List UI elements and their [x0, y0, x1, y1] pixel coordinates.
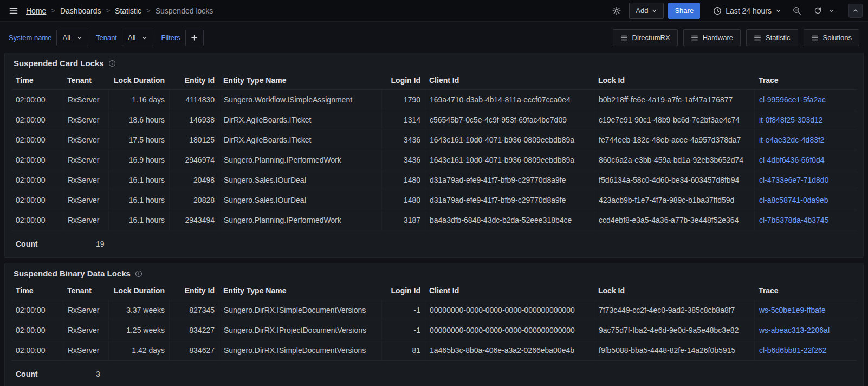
cell-entity-id: 20498 — [169, 170, 219, 190]
cell-time: 02:00:00 — [11, 190, 63, 210]
table-row: 02:00:00RxServer1.16 days4114830Sungero.… — [11, 90, 857, 110]
trace-link[interactable]: cl-7b6378da-4b3745 — [759, 216, 828, 224]
cell-login-id: 3187 — [381, 210, 425, 230]
cell-entity-type-name: Sungero.DirRX.ISimpleDocumentVersions — [219, 340, 381, 361]
cell-tenant: RxServer — [63, 300, 108, 320]
column-header-entity-type-name[interactable]: Entity Type Name — [219, 72, 381, 90]
time-range-picker[interactable]: Last 24 hours — [710, 3, 785, 19]
column-header-lock-id[interactable]: Lock Id — [594, 282, 754, 300]
info-icon[interactable] — [135, 270, 142, 278]
chevron-down-icon — [651, 8, 657, 14]
trace-link[interactable]: cl-a8c58741-0da9eb — [759, 196, 828, 204]
column-header-time[interactable]: Time — [11, 282, 63, 300]
cell-tenant: RxServer — [63, 170, 108, 190]
add-button[interactable]: Add — [629, 3, 664, 19]
cell-entity-type-name: Sungero.DirRX.IProjectDocumentVersions — [219, 320, 381, 340]
cell-client-id: d31a79ad-efe9-41f7-bfb9-c29770d8a9fe — [425, 170, 594, 190]
cell-client-id: 1643c161-10d0-4071-b936-0809eebdb89a — [425, 150, 594, 170]
dashboard-link-solutions[interactable]: Solutions — [804, 29, 859, 46]
column-header-lock-duration[interactable]: Lock Duration — [108, 72, 169, 90]
trace-link[interactable]: cl-b6d6bb81-22f262 — [759, 346, 827, 355]
cell-lock-id: c19e7e91-90c1-48b9-bc6d-7c2bf3ae4c74 — [594, 110, 754, 130]
table-footer: Count 3 — [11, 369, 857, 381]
variable-tenant: Tenant All — [96, 30, 154, 46]
cell-tenant: RxServer — [63, 130, 108, 150]
cell-tenant: RxServer — [63, 340, 108, 361]
cell-time: 02:00:00 — [11, 300, 63, 320]
cell-login-id: 3436 — [381, 130, 425, 150]
column-header-entity-id[interactable]: Entity Id — [169, 72, 219, 90]
refresh-button[interactable] — [809, 3, 826, 19]
cell-lock-duration: 1.42 days — [108, 340, 169, 361]
share-button[interactable]: Share — [668, 3, 700, 19]
cell-trace: cl-99596ce1-5fa2ac — [754, 90, 857, 110]
column-header-trace[interactable]: Trace — [754, 282, 857, 300]
panel-title[interactable]: Suspended Binary Data Locks — [14, 269, 131, 278]
trace-link[interactable]: cl-4dbf6436-66f0d4 — [759, 156, 825, 164]
dashboard-settings-button[interactable] — [608, 3, 625, 19]
add-filter-button[interactable] — [185, 30, 204, 46]
gear-icon — [612, 7, 621, 15]
column-header-lock-duration[interactable]: Lock Duration — [108, 282, 169, 300]
cell-login-id: 1480 — [381, 190, 425, 210]
cell-entity-id: 2943494 — [169, 210, 219, 230]
chevron-down-icon — [77, 35, 82, 41]
zoom-out-button[interactable] — [789, 3, 805, 19]
cell-time: 02:00:00 — [11, 130, 63, 150]
breadcrumb-separator: > — [51, 7, 55, 15]
panel-title[interactable]: Suspended Card Locks — [14, 59, 104, 68]
column-header-client-id[interactable]: Client Id — [425, 72, 594, 90]
table-header-row: TimeTenantLock DurationEntity IdEntity T… — [11, 72, 857, 90]
trace-link[interactable]: it-e4ae32dc-4d83f2 — [759, 136, 825, 144]
cell-lock-duration: 16.1 hours — [108, 170, 169, 190]
column-header-entity-id[interactable]: Entity Id — [169, 282, 219, 300]
system-name-value: All — [62, 34, 70, 42]
breadcrumb-home[interactable]: Home — [26, 7, 46, 15]
info-icon[interactable] — [108, 60, 116, 67]
refresh-icon — [814, 7, 822, 15]
cell-client-id: c56545b7-0c5e-4c9f-953f-69fac4be7d09 — [425, 110, 594, 130]
dashboard-link-label: DirectumRX — [632, 34, 670, 42]
table-row: 02:00:00RxServer16.1 hours20498Sungero.S… — [11, 170, 857, 190]
column-header-time[interactable]: Time — [11, 72, 63, 90]
dashboard-controls: System name All Tenant All Filters — [0, 22, 868, 53]
column-header-client-id[interactable]: Client Id — [425, 282, 594, 300]
table-footer: Count 19 — [11, 239, 857, 250]
dashboard-link-hardware[interactable]: Hardware — [683, 29, 741, 46]
tenant-select[interactable]: All — [122, 30, 153, 46]
cell-lock-id: fe744eeb-182c-48eb-acee-4a957d378da7 — [594, 130, 754, 150]
trace-link[interactable]: cl-4733e6e7-71d8d0 — [759, 176, 828, 184]
table-row: 02:00:00RxServer16.1 hours20828Sungero.S… — [11, 190, 857, 210]
refresh-interval-dropdown[interactable] — [826, 3, 837, 19]
locks-table: TimeTenantLock DurationEntity IdEntity T… — [11, 282, 857, 381]
trace-link[interactable]: it-0f848f25-303d12 — [759, 115, 823, 124]
trace-link[interactable]: cl-99596ce1-5fa2ac — [759, 95, 826, 104]
breadcrumb-dashboards[interactable]: Dashboards — [60, 7, 101, 15]
dashboard-link-directumrx[interactable]: DirectumRX — [613, 29, 678, 46]
trace-link[interactable]: ws-abeac313-2206af — [759, 326, 830, 334]
trace-link[interactable]: ws-5c0be1e9-ffbafe — [759, 306, 826, 314]
dashboard-link-statistic[interactable]: Statistic — [746, 29, 798, 46]
column-header-trace[interactable]: Trace — [754, 72, 857, 90]
table-body: 02:00:00RxServer3.37 weeks827345Sungero.… — [11, 300, 857, 361]
column-header-tenant[interactable]: Tenant — [63, 282, 108, 300]
cell-login-id: 1480 — [381, 170, 425, 190]
column-header-login-id[interactable]: Login Id — [381, 282, 425, 300]
column-header-entity-type-name[interactable]: Entity Type Name — [219, 282, 381, 300]
cell-client-id: 169a4710-d3ab-4b14-811a-eccf07cca0e4 — [425, 90, 594, 110]
system-name-label: System name — [9, 34, 51, 42]
system-name-select[interactable]: All — [56, 30, 88, 46]
table-row: 02:00:00RxServer16.1 hours2943494Sungero… — [11, 210, 857, 230]
breadcrumb-statistic[interactable]: Statistic — [115, 7, 141, 15]
filters-label: Filters — [161, 34, 180, 42]
cell-client-id: 1643c161-10d0-4071-b936-0809eebdb89a — [425, 130, 594, 150]
column-header-login-id[interactable]: Login Id — [381, 72, 425, 90]
cell-entity-type-name: Sungero.DirRX.ISimpleDocumentVersions — [219, 300, 381, 320]
column-header-lock-id[interactable]: Lock Id — [594, 72, 754, 90]
scroll-to-top-button[interactable] — [848, 4, 863, 18]
cell-trace: cl-4733e6e7-71d8d0 — [754, 170, 857, 190]
menu-button[interactable] — [5, 3, 22, 19]
cell-entity-type-name: Sungero.Planning.IPerformedWork — [219, 210, 381, 230]
column-header-tenant[interactable]: Tenant — [63, 72, 108, 90]
table-body: 02:00:00RxServer1.16 days4114830Sungero.… — [11, 90, 857, 230]
